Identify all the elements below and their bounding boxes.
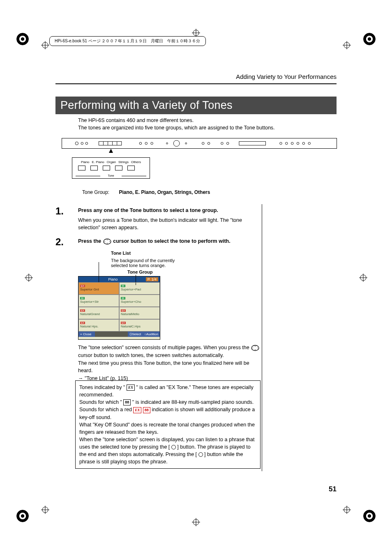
tone-btn-label: Organ [107, 160, 116, 164]
chapter-header: Adding Variety to Your Performances [236, 73, 337, 80]
tone-group-label-text: Tone Group: [82, 189, 109, 195]
circle-button-icon [198, 452, 203, 457]
svg-point-58 [257, 348, 258, 348]
tone-cell: 88Superior+Str [78, 295, 119, 307]
page-header-meta: HPi-6S-e.book 51 ページ ２００７年１１月１９日 月曜日 午前１… [49, 36, 206, 46]
step-1-body: When you press a Tone button, the button… [78, 216, 263, 231]
svg-point-39 [208, 142, 210, 145]
note-l4: What "Key Off Sound" does is recreate th… [79, 422, 255, 435]
control-panel-diagram [62, 138, 337, 149]
registration-mark-icon [192, 29, 200, 37]
svg-rect-27 [99, 141, 121, 145]
cursor-button-icon [103, 238, 112, 245]
svg-point-56 [255, 349, 256, 350]
note-l2a: Sounds for which " [79, 399, 123, 405]
intro-paragraph: The HPi-6S contains 460 and more differe… [78, 117, 337, 131]
step-2: 2. Press the cursor button to select the… [55, 238, 263, 248]
svg-point-50 [107, 240, 108, 240]
after-screen-text: The "tone selection" screen consists of … [78, 344, 263, 382]
svg-point-41 [226, 142, 229, 145]
svg-point-36 [173, 140, 180, 147]
registration-mark-icon [41, 506, 49, 514]
after-screen-p1a: The "tone selection" screen consists of … [78, 345, 251, 350]
page-number: 51 [329, 485, 337, 493]
svg-point-26 [85, 142, 88, 145]
intro-line1: The HPi-6S contains 460 and more differe… [78, 117, 194, 123]
ss-header-page: P. 1/4 [146, 277, 158, 281]
svg-point-43 [280, 142, 282, 145]
printer-mark-tl [16, 33, 29, 45]
svg-point-46 [297, 142, 299, 145]
horizontal-rule [55, 83, 337, 84]
ex-badge: EX [127, 385, 135, 391]
tone-btn-label: E. Piano [92, 160, 104, 164]
tone-list-diagram: Tone List The background of the currentl… [78, 251, 177, 340]
tone-group-value: Piano, E. Piano, Organ, Strings, Others [119, 189, 210, 195]
svg-point-25 [81, 142, 83, 145]
ss-close: × Close [78, 332, 95, 337]
step-number: 1. [55, 205, 64, 217]
printer-mark-tr [363, 33, 376, 45]
svg-point-44 [286, 142, 288, 145]
svg-point-24 [75, 142, 78, 145]
tone-group-box-label: Tone [76, 174, 145, 177]
svg-point-34 [151, 142, 153, 145]
registration-mark-icon [343, 41, 351, 49]
registration-mark-icon [25, 274, 33, 282]
step-1: 1. Press any one of the Tone buttons to … [55, 207, 263, 231]
printer-mark-br [363, 510, 376, 522]
registration-mark-icon [359, 274, 367, 282]
svg-point-38 [202, 142, 204, 145]
tone-cell: EXNatural Hps. [78, 319, 119, 332]
tone-btn-squares [78, 166, 135, 170]
tone-group-sublabel: Tone Group [127, 269, 177, 274]
tone-btn-label: Strings [118, 160, 129, 164]
tone-btn-label: Others [131, 160, 141, 164]
m88-badge-red: 88 [143, 407, 150, 413]
svg-point-52 [104, 241, 105, 242]
step-number: 2. [55, 236, 64, 248]
after-screen-p2: The next time you press this Tone button… [78, 360, 249, 374]
svg-point-47 [302, 142, 305, 145]
ss-audition: ○Audition [143, 332, 160, 337]
registration-mark-icon [192, 518, 200, 526]
note-l1a: Tones indicated by " [79, 385, 127, 390]
svg-point-32 [139, 142, 142, 145]
ss-blank [95, 332, 128, 337]
ex-badge-red: EX [133, 407, 141, 413]
tone-btn-label: Piano [81, 160, 89, 164]
tone-cell: EXNaturalC.Hps [119, 319, 160, 332]
after-screen-p1b: cursor button to switch tones, the scree… [78, 352, 224, 358]
svg-point-57 [252, 348, 253, 348]
svg-point-55 [255, 346, 256, 347]
tone-buttons-diagram: Piano E. Piano Organ Strings Others Tone [72, 157, 150, 179]
arrow-up-icon [109, 149, 113, 153]
cursor-button-icon [251, 345, 260, 351]
step-2-title-post: cursor button to select the tone to perf… [113, 238, 230, 244]
svg-rect-42 [239, 141, 266, 145]
svg-point-37 [185, 143, 187, 144]
step-2-title: Press the cursor button to select the to… [78, 238, 263, 245]
registration-mark-icon [41, 41, 49, 49]
tone-cell: EXNaturalMello [119, 307, 160, 319]
svg-point-51 [107, 243, 108, 244]
svg-point-40 [221, 142, 224, 145]
note-l3a: Sounds for which a red [79, 407, 133, 412]
svg-point-35 [166, 143, 168, 144]
ss-select: ⟨⟩Select [128, 332, 143, 337]
tone-group-line: Tone Group: Piano, E. Piano, Organ, Stri… [82, 189, 210, 195]
svg-point-48 [308, 142, 311, 145]
note-box: Tones indicated by " EX " is called an "… [75, 380, 261, 469]
bg-desc-label: The background of the currently selected… [111, 258, 177, 268]
intro-line2: The tones are organized into five tone g… [78, 125, 275, 131]
tone-cell: 88Superior+Pad [119, 282, 160, 295]
circle-button-icon [171, 445, 176, 449]
printer-mark-bl [16, 510, 29, 522]
svg-point-45 [291, 142, 293, 145]
tone-cell: EXNaturalGrand [78, 307, 119, 319]
tone-cell: 88Superior+Cho [119, 295, 160, 307]
tone-cell: EXSuperior Grd [78, 282, 119, 295]
note-l2b: " is indicated are 88-key multi-sampled … [132, 399, 254, 405]
section-title: Performing with a Variety of Tones [55, 97, 337, 114]
svg-point-53 [109, 241, 110, 242]
